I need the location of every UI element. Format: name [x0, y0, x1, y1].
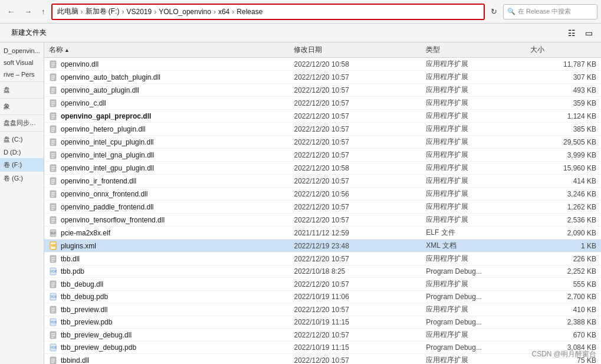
table-row[interactable]: PDBtbb.pdb2022/10/18 8:25Program Debug..…	[44, 265, 601, 278]
file-size-cell: 414 KB	[526, 175, 601, 188]
file-date-cell: 2022/12/20 10:57	[289, 214, 421, 227]
table-row[interactable]: openvino_onnx_frontend.dll2022/12/20 10:…	[44, 188, 601, 201]
file-type-cell: 应用程序扩展	[421, 278, 526, 291]
svg-rect-71	[51, 311, 54, 313]
table-row[interactable]: openvino_intel_gna_plugin.dll2022/12/20 …	[44, 149, 601, 162]
svg-rect-22	[51, 129, 55, 130]
file-name-cell: openvino_c.dll	[44, 97, 289, 110]
table-row[interactable]: openvino_tensorflow_frontend.dll2022/12/…	[44, 214, 601, 227]
file-size-cell: 3,999 KB	[526, 149, 601, 162]
table-row[interactable]: openvino_c.dll2022/12/20 10:57应用程序扩展359 …	[44, 97, 601, 110]
svg-rect-51	[51, 222, 54, 223]
svg-rect-31	[51, 157, 54, 158]
table-row[interactable]: tbbind.dll2022/12/20 10:57应用程序扩展75 KB	[44, 354, 601, 365]
table-row[interactable]: PDBtbb_preview_debug.pdb2022/10/19 11:15…	[44, 342, 601, 354]
table-row[interactable]: openvino_ir_frontend.dll2022/12/20 10:57…	[44, 175, 601, 188]
path-part-5[interactable]: Release	[237, 8, 262, 16]
svg-rect-3	[51, 66, 54, 67]
path-part-2[interactable]: VS2019	[127, 8, 152, 16]
path-part-1[interactable]: 新加卷 (F:)	[86, 6, 120, 17]
file-icon	[49, 99, 58, 108]
sidebar-item-1[interactable]: soft Visual	[0, 57, 44, 68]
search-box[interactable]: 🔍 在 Release 中搜索	[503, 4, 597, 19]
back-button[interactable]: ←	[4, 5, 18, 18]
col-header-type[interactable]: 类型	[421, 42, 526, 58]
svg-rect-1	[51, 63, 55, 64]
forward-button[interactable]: →	[21, 5, 35, 18]
table-row[interactable]: openvino.dll2022/12/20 10:58应用程序扩展11,787…	[44, 58, 601, 71]
path-part-0[interactable]: 此电脑	[57, 6, 78, 17]
table-row[interactable]: PDBtbb_preview.pdb2022/10/19 11:15Progra…	[44, 316, 601, 329]
col-header-name[interactable]: 名称▲	[44, 42, 289, 58]
table-row[interactable]: openvino_auto_batch_plugin.dll2022/12/20…	[44, 71, 601, 84]
svg-rect-37	[51, 179, 55, 181]
file-size-cell: 3,246 KB	[526, 188, 601, 201]
file-name-cell: openvino_intel_cpu_plugin.dll	[44, 136, 289, 149]
table-row[interactable]: tbb.dll2022/12/20 10:57应用程序扩展226 KB	[44, 252, 601, 265]
svg-rect-77	[51, 337, 54, 338]
table-row[interactable]: tbb_preview.dll2022/12/20 10:57应用程序扩展410…	[44, 303, 601, 316]
path-part-4[interactable]: x64	[218, 8, 229, 16]
col-header-size[interactable]: 大小	[526, 42, 601, 58]
file-name-cell: ELFpcie-ma2x8x.elf	[44, 227, 289, 240]
sidebar-divider-2	[0, 98, 44, 99]
svg-rect-15	[51, 105, 54, 106]
file-size-cell: 2,536 KB	[526, 214, 601, 227]
sidebar-item-5[interactable]: 盘盘同步空间	[0, 116, 44, 130]
table-row[interactable]: tbb_debug.dll2022/12/20 10:57应用程序扩展555 K…	[44, 278, 601, 291]
file-date-cell: 2022/12/20 10:57	[289, 149, 421, 162]
table-row[interactable]: PDBtbb_debug.pdb2022/10/19 11:06Program …	[44, 291, 601, 303]
sidebar-item-f[interactable]: 卷 (F:)	[0, 158, 44, 172]
file-name-cell: tbb_preview_debug.dll	[44, 329, 289, 342]
address-path[interactable]: 此电脑 › 新加卷 (F:) › VS2019 › YOLO_openvino …	[51, 4, 485, 20]
table-row[interactable]: tbb_preview_debug.dll2022/12/20 10:57应用程…	[44, 329, 601, 342]
sidebar-item-4[interactable]: 象	[0, 100, 44, 113]
path-part-3[interactable]: YOLO_openvino	[159, 8, 211, 16]
file-type-cell: 应用程序扩展	[421, 188, 526, 201]
refresh-button[interactable]: ↻	[487, 5, 501, 18]
svg-text:PDB: PDB	[51, 295, 57, 299]
view-pane-button[interactable]: ▭	[582, 27, 596, 40]
file-name-cell: openvino_auto_plugin.dll	[44, 84, 289, 97]
search-placeholder: 在 Release 中搜索	[518, 7, 571, 16]
file-size-cell: 1,124 KB	[526, 110, 601, 123]
file-icon: PDB	[49, 317, 58, 327]
svg-rect-76	[51, 335, 55, 336]
sidebar-item-d[interactable]: D (D:)	[0, 146, 44, 158]
svg-text:PDB: PDB	[51, 320, 57, 324]
file-icon	[49, 150, 58, 160]
svg-rect-59	[51, 261, 54, 262]
sidebar-item-0[interactable]: D_openvin...	[0, 45, 44, 57]
svg-rect-33	[51, 166, 55, 168]
table-row[interactable]: openvino_intel_gpu_plugin.dll2022/12/20 …	[44, 162, 601, 175]
file-type-cell: 应用程序扩展	[421, 252, 526, 265]
file-type-cell: Program Debug...	[421, 342, 526, 354]
svg-rect-82	[51, 360, 55, 362]
up-button[interactable]: ↑	[38, 5, 49, 18]
svg-rect-25	[51, 140, 55, 142]
table-row[interactable]: openvino_hetero_plugin.dll2022/12/20 10:…	[44, 123, 601, 136]
sidebar-item-3[interactable]: 盘	[0, 83, 44, 97]
file-date-cell: 2022/12/19 23:48	[289, 240, 421, 252]
view-grid-button[interactable]: ☷	[564, 27, 579, 40]
file-icon	[49, 305, 58, 314]
sidebar-item-g[interactable]: 卷 (G:)	[0, 172, 44, 185]
table-row[interactable]: openvino_intel_cpu_plugin.dll2022/12/20 …	[44, 136, 601, 149]
svg-text:XML: XML	[51, 244, 57, 247]
table-row[interactable]: XMLplugins.xml2022/12/19 23:48XML 文档1 KB	[44, 240, 601, 252]
file-size-cell: 2,090 KB	[526, 227, 601, 240]
svg-rect-13	[51, 101, 55, 103]
col-header-date[interactable]: 修改日期	[289, 42, 421, 58]
file-icon	[49, 73, 58, 82]
file-size-cell: 1 KB	[526, 240, 601, 252]
sidebar-item-2[interactable]: rive – Pers	[0, 68, 44, 80]
file-icon	[49, 137, 58, 147]
sidebar-item-c[interactable]: 盘 (C:)	[0, 133, 44, 146]
table-row[interactable]: openvino_paddle_frontend.dll2022/12/20 1…	[44, 201, 601, 214]
new-folder-button[interactable]: 新建文件夹	[5, 25, 53, 40]
file-icon	[49, 176, 58, 186]
file-type-cell: 应用程序扩展	[421, 162, 526, 175]
table-row[interactable]: openvino_auto_plugin.dll2022/12/20 10:57…	[44, 84, 601, 97]
table-row[interactable]: openvino_gapi_preproc.dll2022/12/20 10:5…	[44, 110, 601, 123]
table-row[interactable]: ELFpcie-ma2x8x.elf2021/11/12 12:59ELF 文件…	[44, 227, 601, 240]
